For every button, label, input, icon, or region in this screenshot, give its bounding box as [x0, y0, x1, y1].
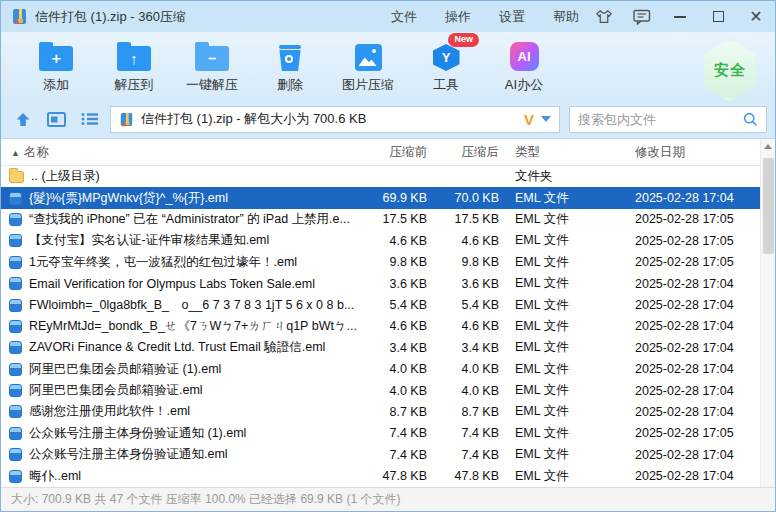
app-zip-icon: [11, 8, 28, 25]
file-modified: 2025-02-28 17:04: [627, 469, 760, 483]
file-type: EML 文件: [503, 361, 627, 378]
file-modified: 2025-02-28 17:05: [627, 255, 760, 269]
table-row[interactable]: “查找我的 iPhone” 已在 “Administrator” 的 iPad …: [1, 209, 760, 230]
table-row[interactable]: Email Verification for Olympus Labs Toke…: [1, 273, 760, 294]
menu-settings[interactable]: 设置: [499, 8, 525, 26]
file-type: EML 文件: [503, 446, 627, 463]
table-row[interactable]: 阿里巴巴集团会员邮箱验证 (1).eml 4.0 KB 4.0 KB EML 文…: [1, 359, 760, 380]
column-header-size-before[interactable]: 压缩前: [361, 144, 431, 161]
file-type: EML 文件: [503, 425, 627, 442]
maximize-button[interactable]: [707, 6, 729, 28]
size-after: 47.8 KB: [431, 469, 503, 483]
file-type: EML 文件: [503, 403, 627, 420]
zip-file-icon: [119, 112, 134, 127]
file-modified: 2025-02-28 17:04: [627, 384, 760, 398]
image-compress-button[interactable]: 图片压缩: [329, 41, 407, 94]
eml-file-icon: [9, 320, 22, 333]
combobox-dropdown-arrow[interactable]: [541, 116, 551, 122]
menu-file[interactable]: 文件: [391, 8, 417, 26]
vip-v-icon[interactable]: V: [524, 111, 534, 128]
vertical-scrollbar[interactable]: [760, 139, 775, 512]
size-before: 47.8 KB: [361, 469, 431, 483]
file-table: ▲名称 压缩前 压缩后 类型 修改日期 .. (上级目录) 文件夹 {髮}%{票…: [1, 139, 775, 512]
preview-pane-button[interactable]: [44, 107, 68, 131]
sort-ascending-icon: ▲: [11, 148, 20, 158]
table-row[interactable]: 晦仆..eml 47.8 KB 47.8 KB EML 文件 2025-02-2…: [1, 465, 760, 486]
ai-icon: AI: [510, 41, 539, 71]
file-type: EML 文件: [503, 190, 627, 207]
list-view-button[interactable]: [77, 107, 101, 131]
tools-button[interactable]: New Y 工具: [407, 41, 485, 94]
file-name: 1元夺宝年终奖，屯一波猛烈的红包过壕年！.eml: [29, 254, 297, 271]
file-modified: 2025-02-28 17:04: [627, 341, 760, 355]
scroll-up-button[interactable]: [761, 139, 776, 154]
search-box[interactable]: [569, 106, 767, 133]
table-row[interactable]: {髮}%{票}MPgWnkv{贷}^_%{开}.eml 69.9 KB 70.0…: [1, 187, 760, 208]
column-header-modified[interactable]: 修改日期: [627, 144, 760, 161]
file-modified: 2025-02-28 17:04: [627, 277, 760, 291]
app-window: 信件打包 (1).zip - 360压缩 文件 操作 设置 帮助: [0, 0, 776, 512]
close-button[interactable]: ✕: [745, 6, 767, 28]
table-row[interactable]: 公众账号注册主体身份验证通知 (1).eml 7.4 KB 7.4 KB EML…: [1, 423, 760, 444]
one-click-extract-button[interactable]: － 一键解压: [173, 41, 251, 94]
size-after: 4.0 KB: [431, 384, 503, 398]
file-type: EML 文件: [503, 468, 627, 485]
column-header-size-after[interactable]: 压缩后: [431, 144, 503, 161]
archive-path-combobox[interactable]: 信件打包 (1).zip - 解包大小为 700.6 KB V: [110, 106, 560, 133]
table-row[interactable]: 阿里巴巴集团会员邮箱验证.eml 4.0 KB 4.0 KB EML 文件 20…: [1, 380, 760, 401]
file-name: ZAVORi Finance & Credit Ltd. Trust Email…: [29, 339, 325, 356]
size-before: 4.6 KB: [361, 319, 431, 333]
eml-file-icon: [9, 363, 22, 376]
size-after: 4.6 KB: [431, 319, 503, 333]
up-level-button[interactable]: [11, 107, 35, 131]
minimize-button[interactable]: [669, 6, 691, 28]
tools-cube-icon: Y: [433, 41, 460, 71]
search-icon[interactable]: [743, 112, 758, 127]
window-title: 信件打包 (1).zip - 360压缩: [35, 8, 186, 26]
table-row[interactable]: 1元夺宝年终奖，屯一波猛烈的红包过壕年！.eml 9.8 KB 9.8 KB E…: [1, 252, 760, 273]
menu-actions[interactable]: 操作: [445, 8, 471, 26]
up-arrow-icon: [15, 112, 31, 127]
column-header-name[interactable]: ▲名称: [1, 144, 361, 161]
table-row[interactable]: REyMrMtJd=_bondk_B_ㄝ《7ㄋWㄅ7+ㄌㄏㄐq1P bWtㄅ..…: [1, 316, 760, 337]
eml-file-icon: [9, 213, 22, 226]
table-row[interactable]: 【支付宝】实名认证-证件审核结果通知.eml 4.6 KB 4.6 KB EML…: [1, 230, 760, 251]
column-header-type[interactable]: 类型: [503, 144, 627, 161]
menu-help[interactable]: 帮助: [553, 8, 579, 26]
extract-to-button[interactable]: ↑ 解压到: [95, 41, 173, 94]
trash-recycle-icon: [278, 41, 302, 71]
size-before: 5.4 KB: [361, 298, 431, 312]
table-row[interactable]: ZAVORi Finance & Credit Ltd. Trust Email…: [1, 337, 760, 358]
file-modified: 2025-02-28 17:04: [627, 298, 760, 312]
search-input[interactable]: [578, 112, 737, 127]
size-before: 17.5 KB: [361, 212, 431, 226]
file-name: 公众账号注册主体身份验证通知.eml: [29, 446, 228, 463]
size-after: 8.7 KB: [431, 405, 503, 419]
eml-file-icon: [9, 341, 22, 354]
ai-office-button[interactable]: AI AI办公: [485, 41, 563, 94]
size-before: 3.6 KB: [361, 277, 431, 291]
size-after: 4.6 KB: [431, 234, 503, 248]
skin-button[interactable]: [593, 6, 615, 28]
scrollbar-thumb[interactable]: [763, 158, 774, 254]
folder-open-icon: －: [195, 41, 229, 71]
add-button[interactable]: ＋ 添加: [17, 41, 95, 94]
file-type: 文件夹: [503, 168, 627, 185]
size-before: 4.0 KB: [361, 362, 431, 376]
file-modified: 2025-02-28 17:04: [627, 448, 760, 462]
toolbar: ＋ 添加 ↑ 解压到 － 一键解压 删除 图片压缩 New Y 工具: [1, 32, 775, 100]
table-row[interactable]: FWloimbh=_0lga8bfk_B_ o__6 7 3 7 8 3 1jT…: [1, 294, 760, 315]
eml-file-icon: [9, 234, 22, 247]
feedback-button[interactable]: [631, 6, 653, 28]
table-row[interactable]: 感谢您注册使用此软件！.eml 8.7 KB 8.7 KB EML 文件 202…: [1, 401, 760, 422]
eml-file-icon: [9, 192, 22, 205]
table-row[interactable]: 公众账号注册主体身份验证通知.eml 7.4 KB 7.4 KB EML 文件 …: [1, 444, 760, 465]
safety-shield-badge[interactable]: 安全: [701, 38, 759, 102]
delete-button[interactable]: 删除: [251, 41, 329, 94]
eml-file-icon: [9, 277, 22, 290]
archive-path-text: 信件打包 (1).zip - 解包大小为 700.6 KB: [141, 110, 517, 128]
table-row[interactable]: .. (上级目录) 文件夹: [1, 166, 760, 187]
size-before: 69.9 KB: [361, 191, 431, 205]
file-modified: 2025-02-28 17:05: [627, 234, 760, 248]
status-bar: 大小: 700.9 KB 共 47 个文件 压缩率 100.0% 已经选择 69…: [1, 487, 775, 511]
